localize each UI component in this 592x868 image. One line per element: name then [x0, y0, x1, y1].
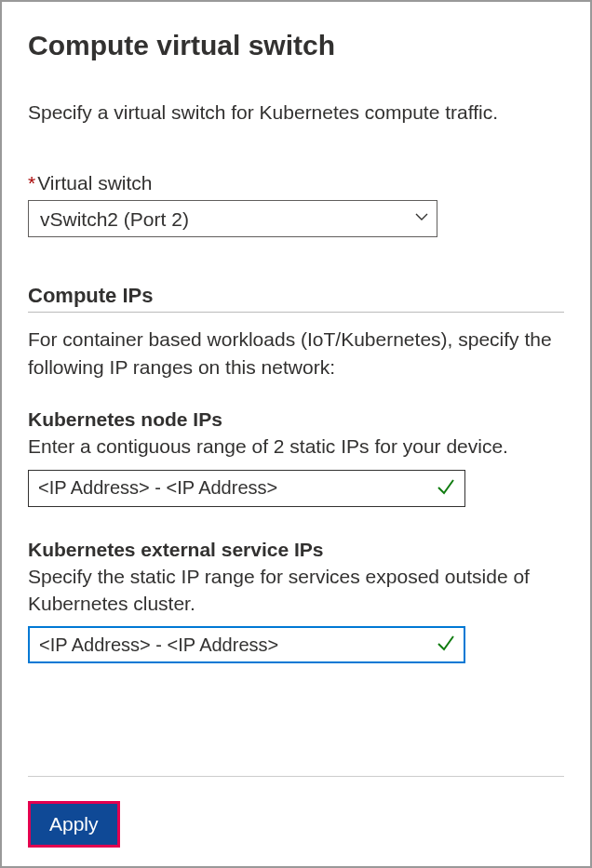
page-title: Compute virtual switch	[28, 30, 564, 61]
page-subtitle: Specify a virtual switch for Kubernetes …	[28, 99, 564, 126]
service-ips-description: Specify the static IP range for services…	[28, 563, 564, 618]
apply-button[interactable]: Apply	[31, 804, 117, 845]
service-ips-input[interactable]	[28, 626, 465, 663]
footer: Apply	[28, 776, 564, 848]
apply-highlight: Apply	[28, 801, 120, 848]
service-ips-label: Kubernetes external service IPs	[28, 539, 564, 561]
virtual-switch-select[interactable]: vSwitch2 (Port 2)	[28, 200, 437, 237]
node-ips-description: Enter a contiguous range of 2 static IPs…	[28, 433, 564, 460]
compute-ips-description: For container based workloads (IoT/Kuber…	[28, 326, 564, 381]
virtual-switch-label-text: Virtual switch	[37, 172, 152, 194]
compute-ips-heading: Compute IPs	[28, 284, 564, 313]
node-ips-input[interactable]	[28, 470, 465, 507]
virtual-switch-label: *Virtual switch	[28, 172, 564, 194]
node-ips-label: Kubernetes node IPs	[28, 408, 564, 431]
required-asterisk: *	[28, 172, 35, 194]
